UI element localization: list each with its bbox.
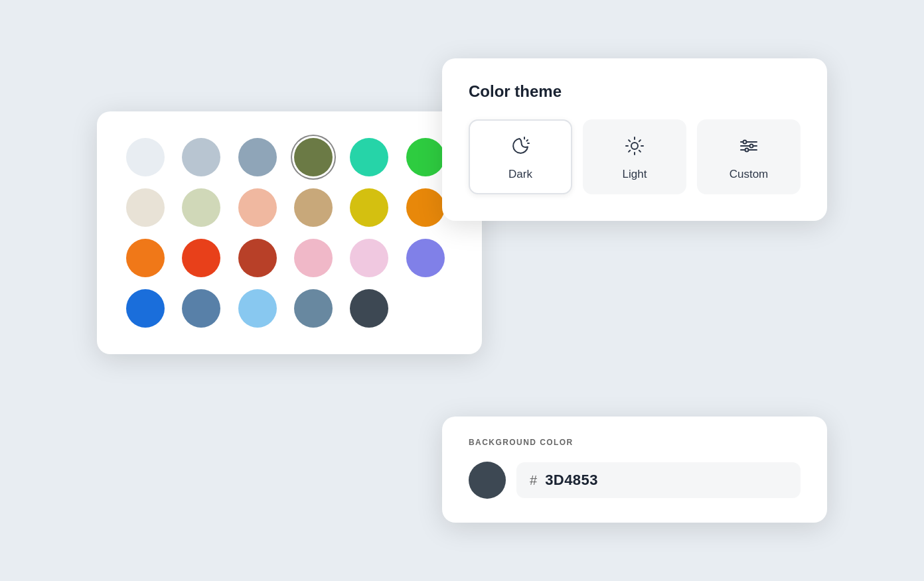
color-dot[interactable] — [350, 239, 388, 277]
svg-point-16 — [750, 145, 753, 148]
color-picker-card — [97, 111, 482, 354]
bg-color-row: # 3D4853 — [469, 462, 801, 499]
bg-swatch[interactable] — [469, 462, 506, 499]
custom-icon — [738, 135, 759, 160]
color-theme-card: Color theme Dark — [442, 58, 827, 221]
custom-label: Custom — [730, 168, 769, 181]
color-dot[interactable] — [238, 188, 277, 227]
theme-options: Dark Light — [469, 119, 801, 194]
color-dot[interactable] — [126, 239, 165, 277]
color-dot[interactable] — [182, 239, 220, 277]
color-dot[interactable] — [294, 188, 333, 227]
color-dot[interactable] — [182, 188, 220, 227]
theme-option-dark[interactable]: Dark — [469, 119, 572, 194]
svg-line-11 — [629, 151, 630, 152]
color-dot[interactable] — [238, 138, 277, 176]
bg-color-label: BACKGROUND COLOR — [469, 438, 801, 447]
dark-icon — [510, 135, 531, 160]
dark-label: Dark — [508, 168, 532, 181]
svg-point-3 — [631, 143, 638, 149]
color-dot[interactable] — [294, 239, 333, 277]
color-dot[interactable] — [350, 138, 388, 176]
color-dot[interactable] — [406, 239, 445, 277]
hex-value: 3D4853 — [545, 472, 598, 489]
color-dot[interactable] — [406, 138, 445, 176]
svg-line-9 — [639, 151, 641, 152]
svg-point-17 — [745, 149, 749, 152]
scene: Color theme Dark — [97, 58, 827, 523]
color-dot[interactable] — [406, 188, 445, 227]
svg-line-1 — [527, 140, 528, 141]
svg-point-15 — [743, 141, 747, 144]
theme-option-custom[interactable]: Custom — [697, 119, 801, 194]
color-dot[interactable] — [126, 289, 165, 328]
color-dot[interactable] — [182, 138, 220, 176]
color-dot[interactable] — [238, 239, 277, 277]
hash-symbol: # — [530, 473, 537, 488]
color-dot[interactable] — [126, 138, 165, 176]
background-color-card: BACKGROUND COLOR # 3D4853 — [442, 417, 827, 523]
color-dot[interactable] — [182, 289, 220, 328]
theme-option-light[interactable]: Light — [583, 119, 686, 194]
color-dot[interactable] — [238, 289, 277, 328]
svg-line-10 — [639, 140, 641, 141]
color-grid — [126, 138, 453, 328]
color-theme-title: Color theme — [469, 82, 801, 101]
color-dot[interactable] — [350, 289, 388, 328]
light-label: Light — [623, 168, 647, 181]
color-dot[interactable] — [294, 138, 333, 176]
color-dot[interactable] — [126, 188, 165, 227]
color-dot[interactable] — [294, 289, 333, 328]
hex-input-container[interactable]: # 3D4853 — [516, 462, 801, 498]
color-dot[interactable] — [350, 188, 388, 227]
light-icon — [624, 135, 645, 160]
svg-line-8 — [629, 140, 630, 141]
